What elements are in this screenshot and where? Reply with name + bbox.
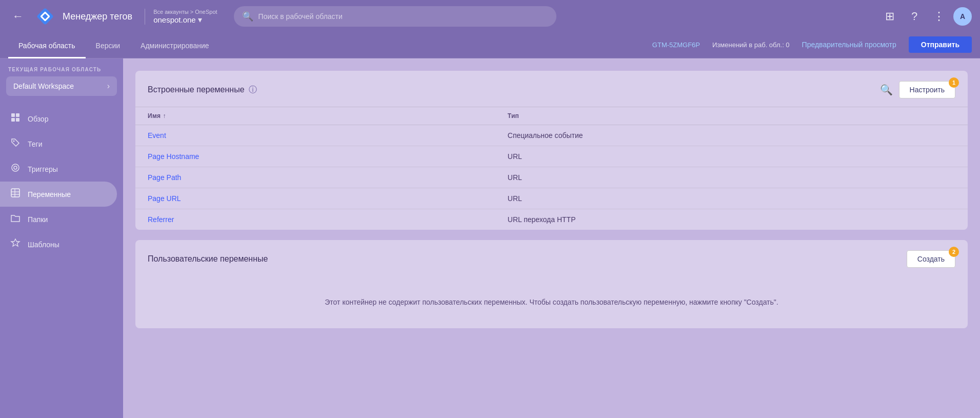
back-button[interactable]: ← <box>8 9 28 24</box>
workspace-name: Default Workspace <box>13 82 74 90</box>
search-bar: 🔍 <box>234 6 557 27</box>
var-name-link[interactable]: Page Path <box>148 173 181 182</box>
more-icon: ⋮ <box>933 10 945 23</box>
help-button[interactable]: ? <box>904 6 925 27</box>
sidebar-item-label: Папки <box>28 215 48 224</box>
col-name-header: Имя ↑ <box>135 107 495 125</box>
configure-badge: 1 <box>949 77 959 88</box>
app-title: Менеджер тегов <box>63 11 132 22</box>
sidebar-item-tags[interactable]: Теги <box>0 131 117 156</box>
sub-nav-right: GTM-5ZMGF6P Изменений в раб. обл.: 0 Пре… <box>652 36 972 58</box>
preview-button[interactable]: Предварительный просмотр <box>802 41 896 49</box>
var-name-link[interactable]: Event <box>148 131 166 140</box>
nav-actions: ⊞ ? ⋮ A <box>879 6 972 27</box>
avatar[interactable]: A <box>953 7 972 26</box>
user-vars-title: Пользовательские переменные <box>148 254 268 264</box>
more-button[interactable]: ⋮ <box>929 6 949 27</box>
table-row: Page Path URL <box>135 167 968 188</box>
var-name-link[interactable]: Page URL <box>148 194 181 203</box>
gtm-logo <box>36 7 54 26</box>
sub-nav: Рабочая область Версии Администрирование… <box>0 33 980 58</box>
content-area: Встроенные переменные ⓘ 🔍 Настроить 1 <box>123 58 980 418</box>
main-layout: ТЕКУЩАЯ РАБОЧАЯ ОБЛАСТЬ Default Workspac… <box>0 58 980 418</box>
section-search-icon[interactable]: 🔍 <box>880 84 893 96</box>
sidebar-item-label: Шаблоны <box>28 241 59 249</box>
tab-admin[interactable]: Администрирование <box>130 42 219 58</box>
svg-rect-3 <box>11 113 15 117</box>
chevron-down-icon: ▾ <box>198 15 202 25</box>
table-row: Event Специальное событие <box>135 125 968 146</box>
folders-icon <box>10 213 21 226</box>
var-type: URL перехода HTTP <box>495 209 968 230</box>
empty-state: Этот контейнер не содержит пользовательс… <box>135 276 968 328</box>
svg-point-7 <box>13 141 15 142</box>
built-in-vars-section: Встроенные переменные ⓘ 🔍 Настроить 1 <box>135 71 968 230</box>
tab-versions[interactable]: Версии <box>86 42 131 58</box>
gtm-id[interactable]: GTM-5ZMGF6P <box>652 41 700 49</box>
sidebar-item-triggers[interactable]: Триггеры <box>0 156 117 182</box>
apps-icon: ⊞ <box>885 10 894 23</box>
built-in-vars-table: Имя ↑ Тип Event Специальное событие Page… <box>135 107 968 230</box>
user-vars-section: Пользовательские переменные Создать 2 Эт… <box>135 240 968 328</box>
apps-button[interactable]: ⊞ <box>879 6 900 27</box>
top-nav: ← Менеджер тегов Все аккаунты > OneSpot … <box>0 0 980 33</box>
table-row: Page URL URL <box>135 188 968 209</box>
sort-arrow-icon[interactable]: ↑ <box>163 112 166 120</box>
overview-icon <box>10 112 21 125</box>
search-input[interactable] <box>258 12 549 21</box>
svg-point-9 <box>14 166 17 169</box>
sidebar: ТЕКУЩАЯ РАБОЧАЯ ОБЛАСТЬ Default Workspac… <box>0 58 123 418</box>
configure-button[interactable]: Настроить 1 <box>899 81 955 98</box>
sidebar-item-folders[interactable]: Папки <box>0 207 117 232</box>
sidebar-nav: Обзор Теги Триггеры <box>0 106 123 257</box>
templates-icon <box>10 238 21 251</box>
tab-workspace[interactable]: Рабочая область <box>8 42 86 58</box>
table-row: Referrer URL перехода HTTP <box>135 209 968 230</box>
triggers-icon <box>10 163 21 175</box>
table-row: Page Hostname URL <box>135 146 968 167</box>
account-name: onespot.one <box>153 15 196 24</box>
publish-button[interactable]: Отправить <box>909 36 972 53</box>
svg-rect-5 <box>11 118 15 122</box>
help-icon: ? <box>911 10 917 23</box>
built-in-vars-title: Встроенные переменные <box>148 85 245 94</box>
sidebar-item-label: Обзор <box>28 115 48 123</box>
svg-rect-4 <box>16 113 19 117</box>
svg-rect-10 <box>11 189 19 197</box>
sidebar-item-templates[interactable]: Шаблоны <box>0 232 117 257</box>
workspace-selector[interactable]: Default Workspace › <box>6 76 117 96</box>
account-name-button[interactable]: onespot.one ▾ <box>153 15 217 25</box>
var-type: URL <box>495 188 968 209</box>
var-type: URL <box>495 167 968 188</box>
account-breadcrumb: Все аккаунты > OneSpot <box>153 9 217 15</box>
sidebar-item-variables[interactable]: Переменные <box>0 182 117 207</box>
svg-point-8 <box>12 164 19 171</box>
workspace-arrow-icon: › <box>107 82 110 91</box>
sidebar-item-overview[interactable]: Обзор <box>0 106 117 131</box>
user-vars-header: Пользовательские переменные Создать 2 <box>135 240 968 276</box>
sidebar-item-label: Теги <box>28 140 42 148</box>
search-icon: 🔍 <box>242 11 253 22</box>
var-name-link[interactable]: Referrer <box>148 215 174 224</box>
svg-rect-6 <box>16 118 19 122</box>
sidebar-item-label: Триггеры <box>28 165 58 173</box>
built-in-vars-header: Встроенные переменные ⓘ 🔍 Настроить 1 <box>135 71 968 107</box>
account-selector[interactable]: Все аккаунты > OneSpot onespot.one ▾ <box>145 9 217 25</box>
col-type-header: Тип <box>495 107 968 125</box>
create-badge: 2 <box>949 247 959 257</box>
create-button[interactable]: Создать 2 <box>907 250 955 268</box>
var-type: URL <box>495 146 968 167</box>
sidebar-item-label: Переменные <box>28 190 71 198</box>
var-name-link[interactable]: Page Hostname <box>148 152 199 161</box>
var-type: Специальное событие <box>495 125 968 146</box>
tags-icon <box>10 137 21 150</box>
help-circle-icon[interactable]: ⓘ <box>249 85 257 95</box>
changes-count: Изменений в раб. обл.: 0 <box>712 41 790 49</box>
workspace-label: ТЕКУЩАЯ РАБОЧАЯ ОБЛАСТЬ <box>0 67 123 76</box>
variables-icon <box>10 188 21 201</box>
